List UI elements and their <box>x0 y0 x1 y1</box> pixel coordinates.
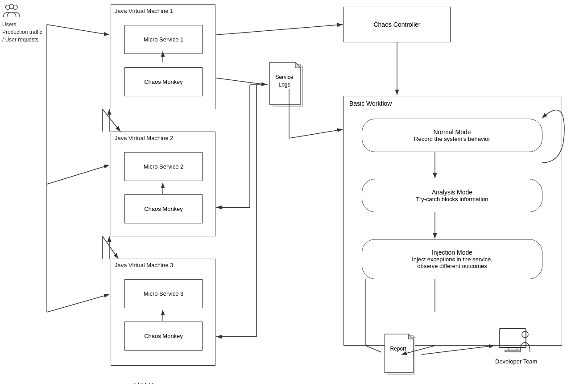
chaosmonkey3-box: Chaos Monkey <box>124 322 203 351</box>
svg-line-39 <box>366 346 381 352</box>
svg-line-17 <box>47 25 109 35</box>
service-logs-label: ServiceLogs <box>268 74 301 89</box>
svg-line-24 <box>216 25 343 35</box>
workflow-container: Basic Workflow Normal Mode Record the sy… <box>343 96 562 346</box>
chaosmonkey2-box: Chaos Monkey <box>124 194 203 223</box>
chaosmonkey1-box: Chaos Monkey <box>124 67 203 96</box>
svg-point-2 <box>9 4 14 9</box>
svg-line-21 <box>47 294 109 312</box>
svg-marker-9 <box>385 334 413 372</box>
ellipsis: ...... <box>134 377 155 386</box>
injection-mode-label3: observe different outcomes <box>417 263 487 269</box>
jvm3-title: Java Virtual Machine 3 <box>115 262 173 268</box>
users-icon <box>2 2 25 20</box>
svg-line-34 <box>289 129 343 138</box>
injection-mode-label2: Inject exceptions in the service, <box>412 256 492 263</box>
users-label: Users Production traffic / User requests <box>2 21 42 43</box>
report-svg <box>381 330 422 379</box>
report-label: Report <box>381 346 415 352</box>
microservice2-label: Micro Service 2 <box>144 163 184 170</box>
workflow-title: Basic Workflow <box>349 100 392 107</box>
jvm2-title: Java Virtual Machine 2 <box>115 135 173 141</box>
normal-mode-label1: Normal Mode <box>433 128 471 136</box>
service-logs-icon: ServiceLogs <box>268 58 308 111</box>
chaosmonkey3-label: Chaos Monkey <box>144 333 183 339</box>
injection-mode-label1: Injection Mode <box>432 249 472 256</box>
svg-line-19 <box>47 165 109 184</box>
microservice1-box: Micro Service 1 <box>124 25 203 54</box>
jvm3-container: Java Virtual Machine 3 Micro Service 3 C… <box>111 259 215 366</box>
microservice2-box: Micro Service 2 <box>124 152 203 181</box>
report-icon: Report <box>381 330 422 379</box>
jvm2-container: Java Virtual Machine 2 Micro Service 2 C… <box>111 132 215 236</box>
microservice3-label: Micro Service 3 <box>144 290 184 297</box>
chaosmonkey1-label: Chaos Monkey <box>144 78 183 85</box>
microservice1-label: Micro Service 1 <box>144 36 184 43</box>
developer-team-label: Developer Team <box>495 358 537 365</box>
chaosmonkey2-label: Chaos Monkey <box>144 206 183 212</box>
analysis-mode-label1: Analysis Mode <box>432 189 472 196</box>
svg-line-26 <box>103 109 120 132</box>
person-icon <box>518 330 532 355</box>
jvm1-container: Java Virtual Machine 1 Micro Service 1 C… <box>111 4 215 109</box>
diagram: Users Production traffic / User requests… <box>0 0 571 392</box>
jvm1-title: Java Virtual Machine 1 <box>115 8 173 14</box>
chaos-controller-label: Chaos Controller <box>373 21 420 28</box>
analysis-mode-box: Analysis Mode Try-catch blocks informati… <box>362 179 542 212</box>
users-area: Users Production traffic / User requests <box>2 2 42 43</box>
svg-line-23 <box>216 78 267 85</box>
normal-mode-box: Normal Mode Record the system's behavior <box>362 119 542 152</box>
developer-team-area: Developer Team <box>495 328 537 365</box>
analysis-mode-label2: Try-catch blocks information <box>416 196 488 202</box>
microservice3-box: Micro Service 3 <box>124 279 203 308</box>
injection-mode-box: Injection Mode Inject exceptions in the … <box>362 239 542 279</box>
svg-line-29 <box>103 236 118 259</box>
chaos-controller-box: Chaos Controller <box>343 7 451 42</box>
normal-mode-label2: Record the system's behavior <box>414 136 490 142</box>
svg-point-14 <box>522 331 528 338</box>
svg-line-49 <box>422 346 494 355</box>
